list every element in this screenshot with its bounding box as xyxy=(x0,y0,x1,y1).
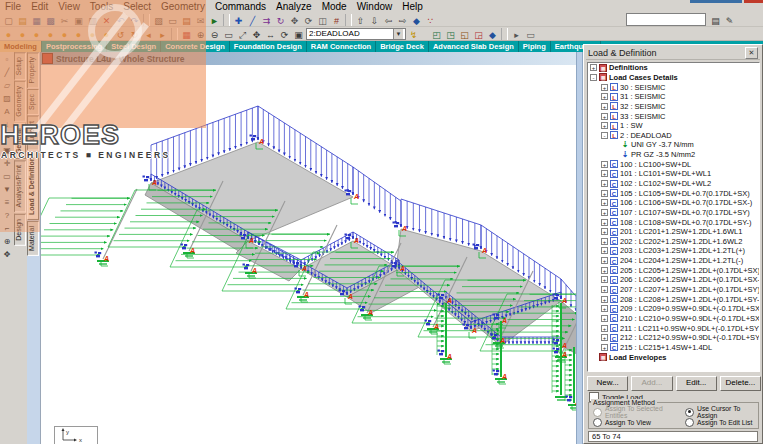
expand-icon[interactable]: + xyxy=(601,209,608,216)
expand-icon[interactable]: + xyxy=(590,64,597,71)
view-rotate-left-icon[interactable]: ⇦ xyxy=(382,14,395,26)
tree-item[interactable]: +C205 : LC205+1.2SW+1.2DL+(0.17DL+SX) xyxy=(588,265,759,275)
view-rotate-right-icon[interactable]: ⇨ xyxy=(396,14,409,26)
menu-file[interactable]: File xyxy=(0,1,26,12)
load-cursor-icon[interactable]: ↓ xyxy=(1,118,13,130)
collapse-icon[interactable]: - xyxy=(590,74,597,81)
query-cursor-icon[interactable]: ? xyxy=(1,209,13,221)
delete-button[interactable]: Delete... xyxy=(720,376,761,391)
select-all-icon[interactable]: ▣ xyxy=(1,144,13,156)
collapse-icon[interactable]: - xyxy=(601,132,608,139)
tree-item[interactable]: +C215 : LC215+1.4SW+1.4DL xyxy=(588,343,759,353)
expand-icon[interactable]: + xyxy=(601,238,608,245)
menu-view[interactable]: View xyxy=(53,1,85,12)
query-icon[interactable]: ▸ xyxy=(510,28,523,40)
tab-modeling[interactable]: Modeling xyxy=(0,41,42,52)
new-button[interactable]: New... xyxy=(587,376,628,391)
page-tab-design[interactable]: Design xyxy=(14,214,26,246)
assign-range-input[interactable]: 65 To 74 xyxy=(588,431,758,442)
view-top-icon[interactable]: ◱ xyxy=(458,28,471,40)
save-all-icon[interactable]: ▩ xyxy=(44,14,57,26)
report-icon[interactable]: ▤ xyxy=(180,14,193,26)
grid-icon[interactable]: ▦ xyxy=(180,28,193,40)
tree-item[interactable]: ≣Load Envelopes xyxy=(588,352,759,362)
subpage-tab-spec[interactable]: Spec xyxy=(27,89,39,115)
radio-use-cursor-to-assign[interactable] xyxy=(685,408,694,417)
text-cursor-icon[interactable]: A xyxy=(1,105,13,117)
tab-foundation-design[interactable]: Foundation Design xyxy=(230,41,307,52)
close-icon[interactable]: ✕ xyxy=(745,47,758,59)
tree-item[interactable]: +L31 : SEISMIC xyxy=(588,92,759,102)
expand-icon[interactable]: + xyxy=(601,122,608,129)
tree-item[interactable]: +C206 : LC206+1.2SW+1.2DL+(0.17DL+SX-) xyxy=(588,275,759,285)
subpage-tab-material[interactable]: Material xyxy=(27,221,39,256)
measure-icon[interactable]: ⌐ xyxy=(1,222,13,234)
menu-select[interactable]: Select xyxy=(118,1,156,12)
tree-item[interactable]: +C207 : LC207+1.2SW+1.2DL+(0.17DL+SY) xyxy=(588,285,759,295)
geometry-bead-3-icon[interactable]: ● xyxy=(30,28,43,40)
menu-mode[interactable]: Mode xyxy=(317,1,352,12)
zoom-window-icon[interactable]: ▭ xyxy=(222,28,235,40)
prev-view-icon[interactable]: ↺ xyxy=(114,28,127,40)
tree-item[interactable]: +C203 : LC203+1.2SW+1.2DL+1.2TL(+) xyxy=(588,246,759,256)
expand-icon[interactable]: + xyxy=(601,219,608,226)
active-load-selector[interactable]: 2:DEADLOAD▼ xyxy=(306,28,406,40)
add-button[interactable]: Add... xyxy=(631,376,672,391)
tree-item[interactable]: +C208 : LC208+1.2SW+1.2DL+(0.17DL+SY-) xyxy=(588,294,759,304)
expand-icon[interactable]: + xyxy=(601,247,608,254)
insert-node-icon[interactable]: ✚ xyxy=(232,14,245,26)
radio-assign-to-selected-entities[interactable] xyxy=(593,408,602,417)
tab-steel-design[interactable]: Steel Design xyxy=(107,41,161,52)
expand-icon[interactable]: + xyxy=(601,199,608,206)
print-icon[interactable]: ▧ xyxy=(152,14,165,26)
menu-geometry[interactable]: Geometry xyxy=(156,1,210,12)
tree-item[interactable]: +L30 : SEISMIC xyxy=(588,82,759,92)
geometry-bead-1-icon[interactable]: ● xyxy=(2,28,15,40)
right-step-icon[interactable]: ▸ xyxy=(156,28,169,40)
open-file-icon[interactable]: ▤ xyxy=(16,14,29,26)
menu-tools[interactable]: Tools xyxy=(85,1,118,12)
panel-titlebar[interactable]: Load & Definition ✕ xyxy=(586,47,760,60)
dynamic-zoom-icon[interactable]: ↔ xyxy=(264,28,277,40)
filter-icon[interactable]: ▼ xyxy=(1,183,13,195)
edit-button[interactable]: Edit... xyxy=(676,376,717,391)
tree-item[interactable]: +L1 : SW xyxy=(588,121,759,131)
tree-item[interactable]: +C100 : LC100+SW+DL xyxy=(588,159,759,169)
tab-ram-connection[interactable]: RAM Connection xyxy=(307,41,376,52)
geometry-cursor-icon[interactable]: ✛ xyxy=(1,157,13,169)
tab-concrete-design[interactable]: Concrete Design xyxy=(161,41,230,52)
plates-cursor-icon[interactable]: ▱ xyxy=(1,79,13,91)
tree-item[interactable]: +≣Definitions xyxy=(588,63,759,73)
new-file-icon[interactable]: ▢ xyxy=(2,14,15,26)
tree-item[interactable]: +C211 : LC211+0.9SW+0.9DL+(-0.17DL+SY) xyxy=(588,323,759,333)
tree-item[interactable]: +C201 : LC201+1.2SW+1.2DL+1.6WL1 xyxy=(588,227,759,237)
rubber-band-icon[interactable]: ▭ xyxy=(1,170,13,182)
page-tab-general[interactable]: General xyxy=(14,123,26,159)
subpage-tab-support[interactable]: Support xyxy=(27,116,39,151)
page-tab-geometry[interactable]: Geometry xyxy=(14,81,26,122)
menu-help[interactable]: Help xyxy=(397,1,428,12)
undo-icon[interactable]: ↶ xyxy=(114,14,127,26)
support-cursor-icon[interactable]: ┻ xyxy=(1,131,13,143)
mail-icon[interactable]: ✉ xyxy=(194,14,207,26)
tab-postprocessing[interactable]: Postprocessing xyxy=(42,41,107,52)
renumber-icon[interactable]: # xyxy=(330,14,343,26)
display-whole-icon[interactable]: ▣ xyxy=(292,28,305,40)
page-tab-analysis-print[interactable]: Analysis/Print xyxy=(14,160,26,212)
expand-icon[interactable]: + xyxy=(601,286,608,293)
pan-cursor-icon[interactable]: ✥ xyxy=(1,248,13,260)
subpage-tab-load-definition[interactable]: Load & Definition xyxy=(27,152,39,220)
structure-diagram-icon[interactable]: ◆ xyxy=(410,14,423,26)
add-beam-icon[interactable]: ╱ xyxy=(246,14,259,26)
rotate-icon[interactable]: ⟳ xyxy=(302,14,315,26)
print-preview-icon[interactable]: ▭ xyxy=(166,14,179,26)
delete-icon[interactable]: ✕ xyxy=(100,14,113,26)
expand-icon[interactable]: + xyxy=(601,180,608,187)
beams-cursor-icon[interactable]: ╱ xyxy=(1,66,13,78)
tree-item[interactable]: +C204 : LC204+1.2SW+1.2DL+1.2TL(-) xyxy=(588,256,759,266)
page-tab-setup[interactable]: Setup xyxy=(14,52,26,80)
geometry-bead-2-icon[interactable]: ● xyxy=(16,28,29,40)
solids-cursor-icon[interactable]: ▨ xyxy=(1,92,13,104)
geometry-bead-5-icon[interactable]: ● xyxy=(58,28,71,40)
expand-icon[interactable]: + xyxy=(601,161,608,168)
